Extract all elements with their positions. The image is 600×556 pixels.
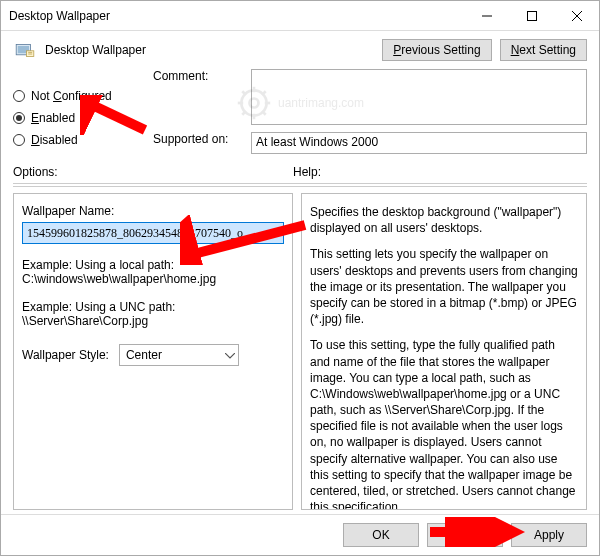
- comment-textarea[interactable]: [251, 69, 587, 125]
- radio-not-configured[interactable]: Not Configured: [13, 89, 143, 103]
- options-panel: Wallpaper Name: Example: Using a local p…: [13, 193, 293, 510]
- policy-icon: [13, 40, 37, 60]
- help-panel: Specifies the desktop background ("wallp…: [301, 193, 587, 510]
- next-setting-button[interactable]: Next Setting: [500, 39, 587, 61]
- help-text: This setting lets you specify the wallpa…: [310, 246, 578, 327]
- previous-setting-button[interactable]: Previous Setting: [382, 39, 491, 61]
- maximize-button[interactable]: [509, 1, 554, 31]
- radio-icon-selected: [13, 112, 25, 124]
- example-unc-path: \\Server\Share\Corp.jpg: [22, 314, 284, 328]
- example-local-label: Example: Using a local path:: [22, 258, 284, 272]
- example-local-path: C:\windows\web\wallpaper\home.jpg: [22, 272, 284, 286]
- supported-on-text: At least Windows 2000: [251, 132, 587, 154]
- apply-button[interactable]: Apply: [511, 523, 587, 547]
- radio-disabled[interactable]: Disabled: [13, 133, 143, 147]
- example-unc-label: Example: Using a UNC path:: [22, 300, 284, 314]
- help-heading: Help:: [293, 165, 321, 179]
- wallpaper-name-label: Wallpaper Name:: [22, 204, 284, 218]
- title-bar: Desktop Wallpaper: [1, 1, 599, 31]
- wallpaper-name-input[interactable]: [22, 222, 284, 244]
- horizontal-splitter[interactable]: [13, 183, 587, 187]
- close-button[interactable]: [554, 1, 599, 31]
- comment-label: Comment:: [153, 69, 243, 83]
- cancel-button[interactable]: Cancel: [427, 523, 503, 547]
- minimize-button[interactable]: [464, 1, 509, 31]
- help-text: Specifies the desktop background ("wallp…: [310, 204, 578, 236]
- ok-button[interactable]: OK: [343, 523, 419, 547]
- svg-rect-6: [27, 51, 34, 57]
- radio-enabled[interactable]: Enabled: [13, 111, 143, 125]
- radio-icon: [13, 134, 25, 146]
- supported-on-label: Supported on:: [153, 132, 243, 146]
- help-text: To use this setting, type the fully qual…: [310, 337, 578, 510]
- window-title: Desktop Wallpaper: [9, 9, 464, 23]
- chevron-down-icon: [225, 348, 235, 362]
- policy-title: Desktop Wallpaper: [45, 43, 374, 57]
- wallpaper-style-label: Wallpaper Style:: [22, 348, 109, 362]
- options-heading: Options:: [13, 165, 293, 179]
- wallpaper-style-select[interactable]: Center: [119, 344, 239, 366]
- svg-rect-1: [527, 11, 536, 20]
- radio-icon: [13, 90, 25, 102]
